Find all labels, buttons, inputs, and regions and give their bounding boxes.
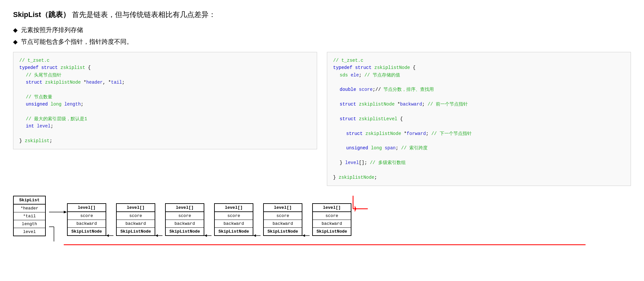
svg-marker-9: [204, 234, 207, 237]
tail-arrow-svg: [351, 196, 371, 248]
list-node-2: level[] score backward SkipListNode: [165, 203, 204, 236]
list-node-0: level[] score backward SkipListNode: [67, 203, 106, 236]
list-node-0-score: score: [68, 212, 106, 220]
list-node-5-header: level[]: [313, 204, 351, 212]
inter-node-arrow-3: [253, 196, 263, 243]
node-group-0: level[] score backward SkipListNode: [49, 196, 116, 243]
bullet-item-2: ◆ 节点可能包含多个指针，指针跨度不同。: [13, 38, 631, 46]
list-node-3-backward: backward: [215, 220, 253, 228]
list-node-1-skiplistnode: SkipListNode: [117, 228, 155, 235]
svg-marker-11: [253, 234, 256, 237]
list-node-0-skiplistnode: SkipListNode: [68, 228, 106, 235]
list-node-2-score: score: [166, 212, 204, 220]
code-left-comment3: // 节点数量: [26, 93, 311, 101]
code-left-comment2: // 头尾节点指针: [26, 72, 311, 79]
node-group-2: level[] score backward SkipListNode: [165, 196, 214, 243]
inter-node-arrow-4: [302, 196, 312, 243]
bullet-text-2: 节点可能包含多个指针，指针跨度不同。: [21, 38, 133, 46]
bullet-item-1: ◆ 元素按照升序排列存储: [13, 26, 631, 34]
node-group-3: level[] score backward SkipListNode: [214, 196, 263, 243]
list-node-3-header: level[]: [215, 204, 253, 212]
page-title: SkipList（跳表） 首先是链表，但与传统链表相比有几点差异：: [13, 10, 631, 20]
title-bold: SkipList（跳表）: [13, 10, 70, 19]
list-node-4-skiplistnode: SkipListNode: [264, 228, 302, 235]
list-node-4: level[] score backward SkipListNode: [263, 203, 302, 236]
list-node-1: level[] score backward SkipListNode: [116, 203, 155, 236]
list-node-1-header: level[]: [117, 204, 155, 212]
list-node-4-header: level[]: [264, 204, 302, 212]
list-node-5-backward: backward: [313, 220, 351, 228]
svg-marker-5: [106, 234, 109, 237]
list-node-0-header: level[]: [68, 204, 106, 212]
code-right-comment1: // t_zset.c: [333, 58, 363, 63]
code-block-left: // t_zset.c typedef struct zskiplist { /…: [13, 52, 317, 150]
list-node-5: level[] score backward SkipListNode: [312, 203, 351, 236]
tail-line-svg: [64, 241, 631, 251]
svg-marker-1: [64, 211, 67, 213]
diagram-area: SkipList *header *tail length level: [13, 196, 371, 243]
svg-marker-7: [155, 234, 158, 237]
code-left-comment1: // t_zset.c: [19, 58, 49, 63]
list-node-2-header: level[]: [166, 204, 204, 212]
node-group-4: level[] score backward SkipListNode: [263, 196, 312, 243]
skiplist-row-level: level: [14, 228, 45, 236]
svg-marker-13: [302, 234, 305, 237]
list-node-4-backward: backward: [264, 220, 302, 228]
diamond-icon-1: ◆: [13, 26, 18, 34]
skiplist-main-node: SkipList *header *tail length level: [13, 196, 46, 236]
code-left-typedef: typedef: [19, 65, 39, 70]
list-node-2-backward: backward: [166, 220, 204, 228]
tail-connector-area: [64, 241, 631, 253]
code-block-right: // t_zset.c typedef struct zskiplistNode…: [327, 52, 631, 186]
list-node-3: level[] score backward SkipListNode: [214, 203, 253, 236]
list-node-5-score: score: [313, 212, 351, 220]
diamond-icon-2: ◆: [13, 38, 18, 45]
node-group-1: level[] score backward SkipListNode: [116, 196, 165, 243]
bullet-text-1: 元素按照升序排列存储: [21, 26, 83, 34]
code-left-comment4: // 最大的索引层级，默认是1: [26, 115, 311, 123]
inter-node-arrow-1: [155, 196, 165, 243]
list-node-5-skiplistnode: SkipListNode: [313, 228, 351, 235]
list-node-3-score: score: [215, 212, 253, 220]
list-node-3-skiplistnode: SkipListNode: [215, 228, 253, 235]
skiplist-row-header: *header: [14, 205, 45, 212]
header-arrow-svg: [49, 196, 67, 243]
skiplist-header: SkipList: [14, 196, 45, 205]
list-node-0-backward: backward: [68, 220, 106, 228]
bullet-list: ◆ 元素按照升序排列存储 ◆ 节点可能包含多个指针，指针跨度不同。: [13, 26, 631, 46]
title-rest: 首先是链表，但与传统链表相比有几点差异：: [72, 10, 216, 19]
inter-node-arrow-2: [204, 196, 214, 243]
list-node-1-backward: backward: [117, 220, 155, 228]
skiplist-row-tail: *tail: [14, 212, 45, 220]
skiplist-row-length: length: [14, 220, 45, 228]
inter-node-arrow-0: [106, 196, 116, 243]
code-blocks-row: // t_zset.c typedef struct zskiplist { /…: [13, 52, 631, 186]
list-node-2-skiplistnode: SkipListNode: [166, 228, 204, 235]
list-node-1-score: score: [117, 212, 155, 220]
svg-marker-16: [355, 206, 356, 212]
node-group-5: level[] score backward SkipListNode: [312, 196, 371, 243]
list-node-4-score: score: [264, 212, 302, 220]
